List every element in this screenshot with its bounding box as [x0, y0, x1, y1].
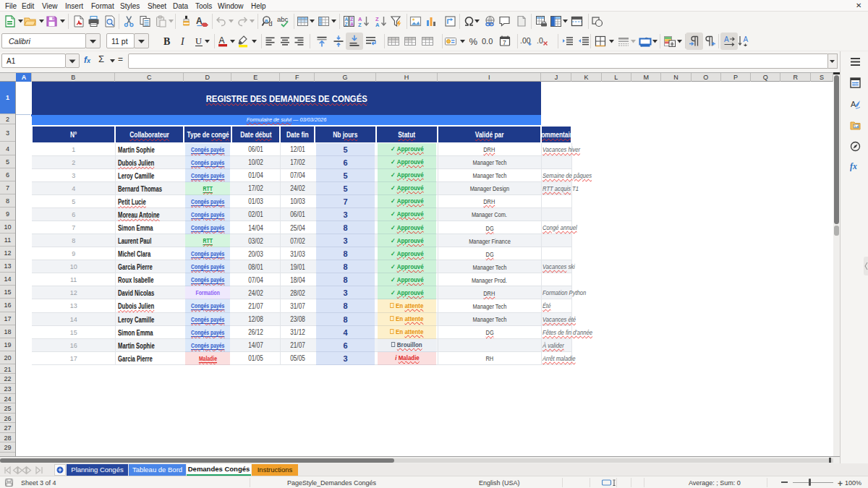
- svg-text:A: A: [350, 22, 354, 27]
- svg-text:A: A: [345, 17, 349, 22]
- svg-text:Z: Z: [345, 22, 348, 27]
- svg-text:0.0: 0.0: [482, 37, 493, 46]
- svg-text:A: A: [219, 35, 225, 46]
- svg-text:Z: Z: [358, 22, 362, 28]
- svg-text:.0: .0: [537, 36, 543, 45]
- svg-text:7: 7: [503, 39, 506, 46]
- svg-text:A: A: [724, 35, 729, 43]
- svg-text:abc: abc: [277, 15, 289, 23]
- svg-text:.00: .00: [520, 36, 531, 45]
- svg-text:d: d: [269, 20, 273, 27]
- svg-text:A: A: [375, 22, 380, 28]
- svg-text:B: B: [163, 36, 170, 47]
- svg-text:fx: fx: [850, 162, 857, 171]
- svg-text:I: I: [180, 36, 185, 47]
- svg-text:A: A: [851, 100, 856, 108]
- svg-text:Z: Z: [350, 17, 353, 22]
- svg-text:U: U: [195, 36, 202, 46]
- svg-text:A: A: [744, 35, 749, 43]
- svg-text:a: a: [265, 17, 268, 24]
- svg-text:%: %: [469, 36, 478, 47]
